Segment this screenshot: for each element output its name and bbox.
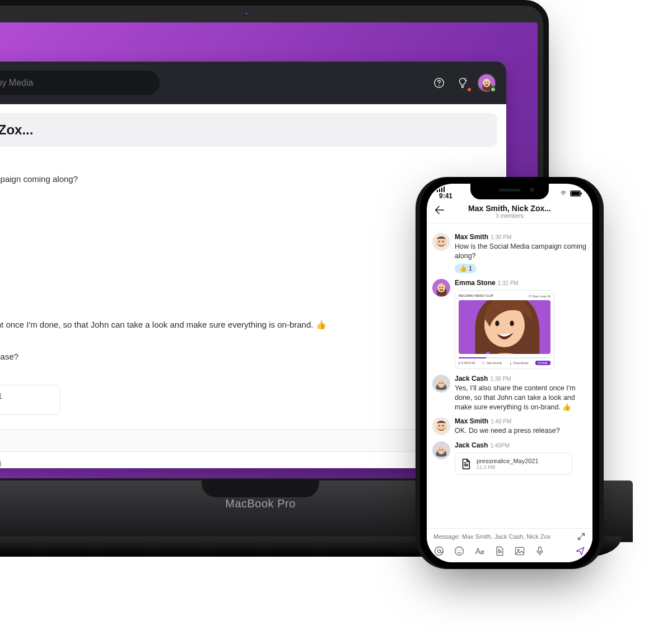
video-thumbnail	[459, 300, 550, 354]
search-input[interactable]	[0, 78, 150, 88]
svg-rect-35	[441, 188, 442, 192]
phone-composer-input[interactable]	[433, 533, 572, 540]
avatar[interactable]	[432, 441, 450, 459]
format-icon[interactable]	[474, 545, 485, 557]
status-time: 9:41	[439, 192, 452, 200]
message: Emma Stone1:32 PM RECORD VIDEO CLIP⟳ Sta…	[432, 279, 587, 369]
expand-icon[interactable]	[577, 532, 586, 541]
svg-rect-38	[571, 192, 580, 195]
signal-icon	[437, 186, 446, 192]
mic-icon[interactable]	[534, 545, 545, 557]
message-body: How is the Social Media campaign coming …	[0, 174, 494, 185]
whatsnew-button[interactable]	[454, 74, 472, 92]
avatar[interactable]	[432, 233, 450, 251]
file-attachment[interactable]: pressrealice_May202111.2 MB	[455, 453, 572, 475]
laptop-branding: MacBook Pro	[225, 497, 296, 510]
laptop-camera	[244, 11, 249, 16]
search-field[interactable]	[0, 71, 160, 95]
avatar[interactable]	[432, 375, 450, 393]
wifi-icon	[559, 190, 568, 197]
presence-indicator	[490, 86, 496, 92]
message-body: Yes, I'll also share the content once I'…	[455, 384, 587, 412]
video-clip-card[interactable]: RECORD VIDEO CLIP⟳ Start over ⊗ ▸ 0:40/3…	[455, 290, 554, 369]
svg-rect-39	[581, 192, 582, 194]
document-icon[interactable]	[494, 545, 505, 557]
file-attachment[interactable]: pressrealice_May202111.2 MB	[0, 385, 60, 415]
message: Max Smith 1:30 PM How is the Social Medi…	[0, 162, 494, 205]
send-button[interactable]	[575, 545, 586, 557]
message: Jack Cash1:38 PM Yes, I'll also share th…	[432, 375, 587, 412]
phone-composer[interactable]	[427, 528, 592, 562]
message: Jack Cash1:40PM pressrealice_May202111.2…	[432, 441, 587, 475]
message: Max Smith1:40 PM OK. Do we need a press …	[432, 417, 587, 436]
phone-member-count: 3 members	[427, 213, 592, 219]
phone-thread: Max Smith1:30 PM How is the Social Media…	[427, 224, 592, 475]
mention-icon[interactable]	[433, 545, 445, 557]
message: Max Smith1:30 PM How is the Social Media…	[432, 233, 587, 273]
svg-rect-36	[444, 186, 445, 192]
message-body: OK. Do we need a press release?	[455, 426, 587, 436]
avatar[interactable]	[432, 417, 450, 435]
battery-icon	[570, 190, 582, 197]
phone-notch	[470, 184, 549, 199]
emoji-icon[interactable]	[454, 545, 465, 557]
notification-dot	[466, 87, 472, 92]
video-icon[interactable]	[0, 458, 2, 469]
reaction-pill[interactable]: 👍1	[455, 264, 477, 273]
phone-header: Max Smith, Nick Zox... 3 members	[427, 203, 592, 224]
svg-rect-33	[437, 190, 438, 192]
conversation-header[interactable]: ax Smith, Nick Zox...	[0, 113, 497, 147]
phone-composer-toolbar	[433, 545, 586, 557]
phone-frame: 9:41 Max Smith, Nick Zox... 3 members Ma…	[420, 177, 599, 569]
message-body: How is the Social Media campaign coming …	[455, 242, 587, 261]
image-icon[interactable]	[514, 545, 525, 557]
help-button[interactable]	[430, 74, 448, 92]
file-icon	[460, 456, 472, 471]
done-button[interactable]: DONE	[535, 361, 550, 365]
app-topbar	[0, 62, 506, 104]
avatar[interactable]	[432, 279, 450, 297]
back-button[interactable]	[433, 204, 446, 216]
profile-avatar[interactable]	[477, 73, 496, 92]
phone-conversation-title[interactable]: Max Smith, Nick Zox...	[427, 204, 592, 213]
